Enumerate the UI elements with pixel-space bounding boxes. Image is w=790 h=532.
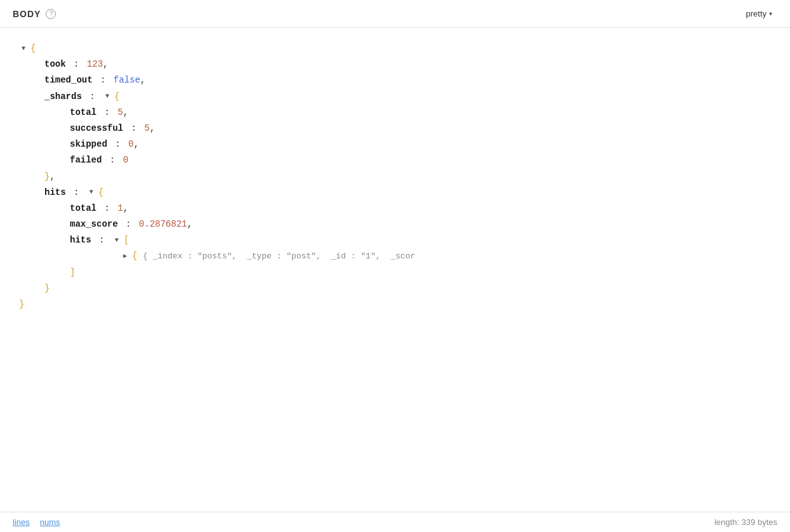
nums-link[interactable]: nums <box>40 517 60 527</box>
format-label: pretty <box>746 9 767 18</box>
hits-hits-line: hits : [ <box>19 232 771 248</box>
body-label: BODY <box>13 9 41 19</box>
header-bar: BODY ? pretty ▾ <box>0 0 790 28</box>
help-icon[interactable]: ? <box>46 9 56 19</box>
lines-link[interactable]: lines <box>13 517 30 527</box>
footer-bar: lines nums length: 339 bytes <box>0 512 790 532</box>
hits-array-close: ] <box>19 265 771 281</box>
hits-item-0: { { _index : "posts", _type : "post", _i… <box>19 248 771 264</box>
shards-close: } , <box>19 169 771 185</box>
dropdown-arrow-icon: ▾ <box>769 10 772 17</box>
timed-out-line: timed_out : false , <box>19 72 771 88</box>
took-line: took : 123 , <box>19 57 771 72</box>
shards-total-line: total : 5 , <box>19 105 771 121</box>
root-toggle[interactable] <box>19 44 28 53</box>
shards-toggle[interactable] <box>103 92 112 101</box>
format-dropdown[interactable]: pretty ▾ <box>740 6 777 21</box>
hits-array-toggle[interactable] <box>112 236 121 245</box>
header-left: BODY ? <box>13 9 56 19</box>
root-close: } <box>19 296 771 312</box>
hits-line: hits : { <box>19 185 771 201</box>
hits-toggle[interactable] <box>87 188 96 197</box>
shards-failed-line: failed : 0 <box>19 152 771 168</box>
hits-item-toggle[interactable] <box>121 252 130 261</box>
json-viewer: { took : 123 , timed_out : false , _shar… <box>19 41 771 312</box>
footer-links: lines nums <box>13 517 60 527</box>
hits-max-score-line: max_score : 0.2876821 , <box>19 216 771 232</box>
shards-line: _shards : { <box>19 89 771 105</box>
shards-successful-line: successful : 5 , <box>19 121 771 136</box>
hits-total-line: total : 1 , <box>19 201 771 216</box>
shards-skipped-line: skipped : 0 , <box>19 136 771 152</box>
root-open: { <box>19 41 771 57</box>
content-area: { took : 123 , timed_out : false , _shar… <box>0 28 790 325</box>
hits-close: } <box>19 281 771 296</box>
length-info: length: 339 bytes <box>714 517 777 527</box>
